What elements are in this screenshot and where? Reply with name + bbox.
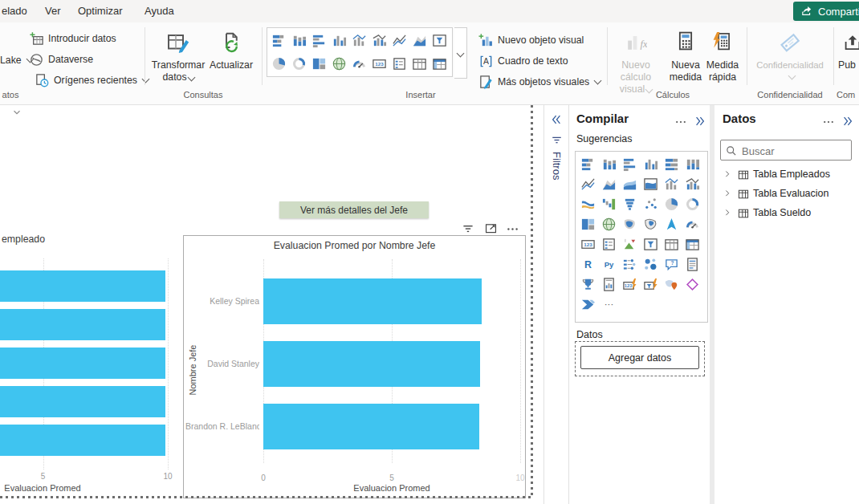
bar[interactable]	[0, 386, 165, 417]
table-item-evaluacion[interactable]: Tabla Evaluacion	[714, 185, 857, 204]
more-visuals-button[interactable]: Más objetos visuales	[478, 73, 600, 91]
clustered-column-icon[interactable]	[643, 156, 658, 172]
card-icon[interactable]: 123	[580, 237, 596, 252]
donut-icon[interactable]	[685, 197, 700, 212]
stacked-bar-icon[interactable]	[271, 33, 287, 48]
pie-icon[interactable]	[664, 197, 679, 212]
100-stacked-bar-icon[interactable]	[664, 156, 679, 172]
decomposition-tree-icon[interactable]	[622, 257, 637, 272]
multi-row-card-icon[interactable]	[392, 56, 407, 71]
pie-icon[interactable]	[271, 56, 287, 71]
text-box-button[interactable]: A Cuadro de texto	[478, 52, 568, 70]
line-icon[interactable]	[580, 177, 596, 192]
area-icon[interactable]	[601, 177, 617, 192]
python-icon[interactable]: Py	[601, 257, 617, 272]
line-stacked-column-icon[interactable]	[664, 177, 679, 192]
new-slicer-icon[interactable]	[643, 277, 658, 292]
funnel-icon[interactable]	[622, 197, 637, 212]
add-data-button[interactable]: Agregar datos	[580, 346, 699, 369]
bar[interactable]	[263, 341, 480, 387]
slicer-icon[interactable]	[643, 237, 658, 252]
gallery-expand-button[interactable]	[454, 27, 467, 79]
dataverse-button[interactable]: Dataverse	[29, 51, 93, 68]
new-card-icon[interactable]: 123	[622, 277, 637, 292]
expand-chevron-icon[interactable]	[724, 170, 734, 180]
paginated-report-icon[interactable]	[601, 277, 617, 292]
stacked-column-icon[interactable]	[601, 156, 617, 172]
power-automate-icon[interactable]	[580, 297, 596, 312]
matrix-icon[interactable]	[432, 56, 447, 71]
ribbon-icon[interactable]	[580, 197, 596, 212]
onelake-button[interactable]: Lake	[0, 51, 33, 69]
menu-item-optimizar[interactable]: Optimizar	[78, 0, 123, 22]
clustered-bar-icon[interactable]	[311, 33, 327, 48]
line-icon[interactable]	[392, 33, 407, 48]
recent-sources-button[interactable]: Orígenes recientes	[35, 71, 149, 89]
map-icon[interactable]	[332, 56, 347, 71]
filled-map-icon[interactable]	[622, 217, 637, 232]
tab-sugerencias[interactable]: Sugerencias	[576, 133, 633, 144]
line-stacked-column-icon[interactable]	[352, 33, 367, 48]
arcgis-map-icon[interactable]	[664, 277, 679, 292]
enter-data-button[interactable]: Introducir datos	[29, 30, 116, 47]
area-icon[interactable]	[412, 33, 427, 48]
button-visual-ver-mas-detalles[interactable]: Ver más detalles del Jefe	[279, 201, 429, 218]
bar[interactable]	[263, 404, 479, 449]
multi-row-card-icon[interactable]	[601, 237, 617, 252]
bar[interactable]	[0, 348, 165, 379]
clustered-column-icon[interactable]	[332, 33, 347, 48]
scatter-icon[interactable]	[643, 197, 658, 212]
line-clustered-column-icon[interactable]	[372, 33, 387, 48]
build-pane-more-icon[interactable]	[674, 116, 687, 128]
treemap-icon[interactable]	[311, 56, 327, 71]
bar[interactable]	[0, 425, 165, 456]
expand-filters-chevron[interactable]	[550, 113, 563, 126]
menu-item-modelado[interactable]: elado	[2, 0, 27, 22]
power-apps-icon[interactable]	[685, 277, 700, 292]
collapse-build-pane-chevron[interactable]	[694, 115, 706, 128]
bar[interactable]	[0, 309, 165, 340]
treemap-icon[interactable]	[580, 217, 596, 232]
100-stacked-area-icon[interactable]	[643, 177, 658, 192]
gauge-icon[interactable]	[352, 56, 367, 71]
smart-narrative-icon[interactable]	[685, 257, 700, 272]
share-button[interactable]: Compartir	[793, 2, 859, 21]
menu-item-ver[interactable]: Ver	[45, 0, 61, 22]
collapse-data-pane-chevron[interactable]	[841, 115, 854, 128]
line-clustered-column-icon[interactable]	[685, 177, 700, 192]
chart-filter-icon[interactable]	[462, 222, 474, 235]
stacked-bar-icon[interactable]	[580, 156, 596, 172]
key-influencers-icon[interactable]	[643, 257, 658, 272]
menu-item-ayuda[interactable]: Ayuda	[145, 0, 174, 22]
map-icon[interactable]	[601, 217, 617, 232]
table-item-sueldo[interactable]: Tabla Sueldo	[714, 204, 857, 223]
metrics-icon[interactable]	[580, 277, 596, 292]
search-input[interactable]	[740, 142, 848, 160]
azure-map-icon[interactable]	[664, 217, 679, 232]
r-script-icon[interactable]: R	[580, 257, 596, 272]
table-item-empleados[interactable]: Tabla Empleados	[714, 165, 857, 185]
clustered-bar-icon[interactable]	[622, 156, 637, 172]
table-icon[interactable]	[412, 56, 427, 71]
new-visual-button[interactable]: Nuevo objeto visual	[478, 31, 584, 49]
100-stacked-column-icon[interactable]	[685, 156, 700, 172]
more-options-icon[interactable]	[506, 222, 519, 236]
gauge-icon[interactable]	[685, 217, 700, 232]
bar-chart-visual[interactable]: Evaluacion Promed por Nombre Jefe Nombre…	[183, 235, 526, 498]
bar[interactable]	[263, 278, 482, 324]
waterfall-icon[interactable]	[601, 197, 617, 212]
qa-icon[interactable]: ?	[664, 257, 679, 272]
card-icon[interactable]: 123	[372, 56, 387, 71]
donut-icon[interactable]	[291, 56, 307, 71]
data-pane-more-icon[interactable]	[822, 116, 835, 128]
more-icon[interactable]: ···	[601, 297, 617, 312]
shape-map-icon[interactable]	[643, 217, 658, 232]
expand-chevron-icon[interactable]	[724, 209, 734, 218]
expand-chevron-icon[interactable]	[724, 189, 734, 199]
slicer-icon[interactable]	[432, 33, 447, 48]
canvas-collapse-chevron[interactable]	[11, 107, 22, 118]
filters-pane-title[interactable]: Filtros	[551, 152, 563, 180]
focus-mode-icon[interactable]	[484, 222, 498, 235]
table-icon[interactable]	[664, 237, 679, 252]
bar[interactable]	[0, 270, 165, 302]
